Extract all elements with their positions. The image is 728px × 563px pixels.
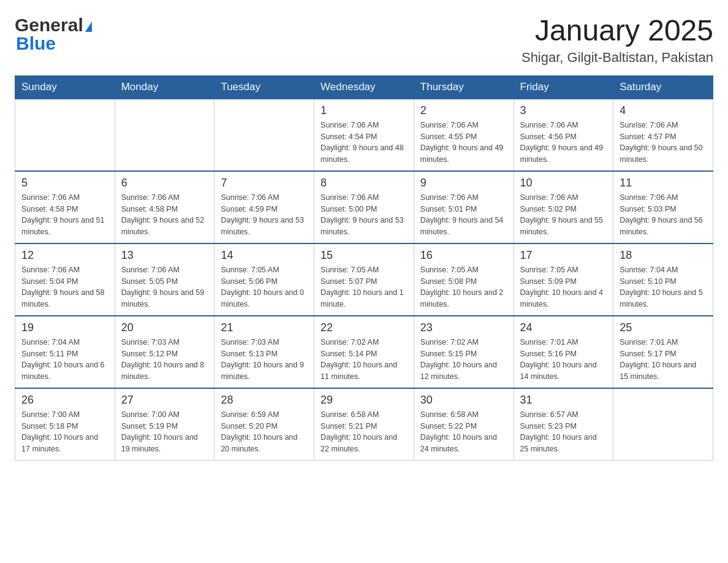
- day-number: 14: [221, 249, 308, 262]
- day-info: Sunrise: 7:06 AMSunset: 4:58 PMDaylight:…: [21, 192, 108, 238]
- day-info: Sunrise: 7:03 AMSunset: 5:13 PMDaylight:…: [221, 337, 308, 383]
- calendar-cell: 20Sunrise: 7:03 AMSunset: 5:12 PMDayligh…: [115, 316, 214, 388]
- calendar-cell: 9Sunrise: 7:06 AMSunset: 5:01 PMDaylight…: [414, 171, 514, 243]
- logo: General Blue: [15, 15, 92, 54]
- day-number: 26: [21, 394, 108, 407]
- day-info: Sunrise: 7:03 AMSunset: 5:12 PMDaylight:…: [121, 337, 208, 383]
- day-number: 19: [21, 321, 108, 334]
- day-info: Sunrise: 7:01 AMSunset: 5:16 PMDaylight:…: [520, 337, 607, 383]
- calendar-cell: 22Sunrise: 7:02 AMSunset: 5:14 PMDayligh…: [314, 316, 414, 388]
- day-info: Sunrise: 7:05 AMSunset: 5:08 PMDaylight:…: [420, 264, 507, 310]
- header-sunday: Sunday: [15, 75, 115, 99]
- calendar-cell: [15, 99, 115, 171]
- calendar-cell: 19Sunrise: 7:04 AMSunset: 5:11 PMDayligh…: [15, 316, 115, 388]
- calendar-cell: 28Sunrise: 6:59 AMSunset: 5:20 PMDayligh…: [214, 388, 314, 461]
- day-info: Sunrise: 7:06 AMSunset: 5:04 PMDaylight:…: [21, 264, 108, 310]
- calendar-cell: 7Sunrise: 7:06 AMSunset: 4:59 PMDaylight…: [214, 171, 314, 243]
- day-info: Sunrise: 6:57 AMSunset: 5:23 PMDaylight:…: [520, 409, 607, 455]
- day-number: 28: [221, 394, 308, 407]
- day-number: 15: [320, 249, 408, 262]
- day-info: Sunrise: 7:04 AMSunset: 5:10 PMDaylight:…: [620, 264, 707, 310]
- title-section: January 2025 Shigar, Gilgit-Baltistan, P…: [521, 15, 713, 66]
- calendar-cell: 31Sunrise: 6:57 AMSunset: 5:23 PMDayligh…: [514, 388, 613, 461]
- day-number: 4: [620, 104, 707, 117]
- day-info: Sunrise: 7:06 AMSunset: 4:55 PMDaylight:…: [420, 120, 507, 166]
- calendar-cell: 16Sunrise: 7:05 AMSunset: 5:08 PMDayligh…: [414, 243, 514, 316]
- day-number: 2: [420, 104, 507, 117]
- day-number: 29: [320, 394, 408, 407]
- day-info: Sunrise: 7:05 AMSunset: 5:06 PMDaylight:…: [221, 264, 308, 310]
- calendar-cell: 14Sunrise: 7:05 AMSunset: 5:06 PMDayligh…: [214, 243, 314, 316]
- day-info: Sunrise: 7:06 AMSunset: 4:54 PMDaylight:…: [320, 120, 408, 166]
- calendar-week-row: 5Sunrise: 7:06 AMSunset: 4:58 PMDaylight…: [15, 171, 713, 243]
- calendar-cell: 23Sunrise: 7:02 AMSunset: 5:15 PMDayligh…: [414, 316, 514, 388]
- day-info: Sunrise: 7:06 AMSunset: 5:05 PMDaylight:…: [121, 264, 208, 310]
- day-number: 21: [221, 321, 308, 334]
- calendar-cell: 1Sunrise: 7:06 AMSunset: 4:54 PMDaylight…: [314, 99, 414, 171]
- day-info: Sunrise: 6:59 AMSunset: 5:20 PMDaylight:…: [221, 409, 308, 455]
- day-info: Sunrise: 7:05 AMSunset: 5:07 PMDaylight:…: [320, 264, 408, 310]
- day-info: Sunrise: 7:06 AMSunset: 4:57 PMDaylight:…: [620, 120, 707, 166]
- day-info: Sunrise: 7:00 AMSunset: 5:19 PMDaylight:…: [121, 409, 208, 455]
- calendar-cell: 11Sunrise: 7:06 AMSunset: 5:03 PMDayligh…: [613, 171, 713, 243]
- day-number: 31: [520, 394, 607, 407]
- day-number: 13: [121, 249, 208, 262]
- calendar-week-row: 1Sunrise: 7:06 AMSunset: 4:54 PMDaylight…: [15, 99, 713, 171]
- calendar-week-row: 19Sunrise: 7:04 AMSunset: 5:11 PMDayligh…: [15, 316, 713, 388]
- logo-blue: Blue: [15, 33, 56, 54]
- weekday-header-row: Sunday Monday Tuesday Wednesday Thursday…: [15, 75, 713, 99]
- day-info: Sunrise: 7:04 AMSunset: 5:11 PMDaylight:…: [21, 337, 108, 383]
- day-info: Sunrise: 7:00 AMSunset: 5:18 PMDaylight:…: [21, 409, 108, 455]
- calendar-cell: 13Sunrise: 7:06 AMSunset: 5:05 PMDayligh…: [115, 243, 214, 316]
- day-number: 24: [520, 321, 607, 334]
- day-number: 7: [221, 177, 308, 190]
- day-number: 3: [520, 104, 607, 117]
- day-number: 11: [620, 177, 707, 190]
- day-number: 20: [121, 321, 208, 334]
- day-info: Sunrise: 7:05 AMSunset: 5:09 PMDaylight:…: [520, 264, 607, 310]
- day-info: Sunrise: 7:06 AMSunset: 5:02 PMDaylight:…: [520, 192, 607, 238]
- calendar-cell: 4Sunrise: 7:06 AMSunset: 4:57 PMDaylight…: [613, 99, 713, 171]
- day-number: 27: [121, 394, 208, 407]
- header-tuesday: Tuesday: [214, 75, 314, 99]
- day-number: 8: [320, 177, 408, 190]
- calendar-cell: 8Sunrise: 7:06 AMSunset: 5:00 PMDaylight…: [314, 171, 414, 243]
- day-info: Sunrise: 7:06 AMSunset: 4:58 PMDaylight:…: [121, 192, 208, 238]
- calendar-cell: 24Sunrise: 7:01 AMSunset: 5:16 PMDayligh…: [514, 316, 613, 388]
- header-friday: Friday: [514, 75, 613, 99]
- day-number: 1: [320, 104, 408, 117]
- calendar-cell: [214, 99, 314, 171]
- calendar-cell: 6Sunrise: 7:06 AMSunset: 4:58 PMDaylight…: [115, 171, 214, 243]
- day-info: Sunrise: 7:06 AMSunset: 5:01 PMDaylight:…: [420, 192, 507, 238]
- calendar-cell: [613, 388, 713, 461]
- calendar-table: Sunday Monday Tuesday Wednesday Thursday…: [15, 75, 713, 461]
- calendar-cell: 10Sunrise: 7:06 AMSunset: 5:02 PMDayligh…: [514, 171, 613, 243]
- calendar-cell: 29Sunrise: 6:58 AMSunset: 5:21 PMDayligh…: [314, 388, 414, 461]
- day-number: 5: [21, 177, 108, 190]
- day-number: 23: [420, 321, 507, 334]
- day-number: 25: [620, 321, 707, 334]
- calendar-cell: 2Sunrise: 7:06 AMSunset: 4:55 PMDaylight…: [414, 99, 514, 171]
- day-number: 9: [420, 177, 507, 190]
- day-number: 17: [520, 249, 607, 262]
- header-thursday: Thursday: [414, 75, 514, 99]
- calendar-week-row: 26Sunrise: 7:00 AMSunset: 5:18 PMDayligh…: [15, 388, 713, 461]
- calendar-cell: 5Sunrise: 7:06 AMSunset: 4:58 PMDaylight…: [15, 171, 115, 243]
- calendar-title: January 2025: [521, 15, 713, 47]
- day-info: Sunrise: 7:01 AMSunset: 5:17 PMDaylight:…: [620, 337, 707, 383]
- calendar-cell: 27Sunrise: 7:00 AMSunset: 5:19 PMDayligh…: [115, 388, 214, 461]
- calendar-cell: 25Sunrise: 7:01 AMSunset: 5:17 PMDayligh…: [613, 316, 713, 388]
- day-number: 30: [420, 394, 507, 407]
- calendar-cell: 30Sunrise: 6:58 AMSunset: 5:22 PMDayligh…: [414, 388, 514, 461]
- day-number: 12: [21, 249, 108, 262]
- calendar-cell: 17Sunrise: 7:05 AMSunset: 5:09 PMDayligh…: [514, 243, 613, 316]
- calendar-cell: [115, 99, 214, 171]
- day-info: Sunrise: 7:06 AMSunset: 5:00 PMDaylight:…: [320, 192, 408, 238]
- header-monday: Monday: [115, 75, 214, 99]
- day-number: 16: [420, 249, 507, 262]
- day-number: 18: [620, 249, 707, 262]
- page-header: General Blue January 2025 Shigar, Gilgit…: [15, 15, 713, 66]
- day-info: Sunrise: 7:06 AMSunset: 4:56 PMDaylight:…: [520, 120, 607, 166]
- day-info: Sunrise: 7:06 AMSunset: 5:03 PMDaylight:…: [620, 192, 707, 238]
- day-info: Sunrise: 7:02 AMSunset: 5:14 PMDaylight:…: [320, 337, 408, 383]
